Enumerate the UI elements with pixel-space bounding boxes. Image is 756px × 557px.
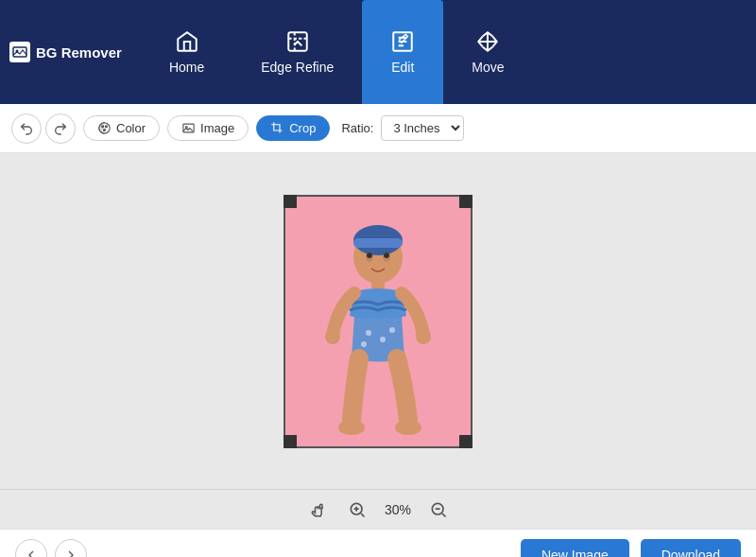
app-title: BG Remover [36, 44, 122, 61]
zoom-percent: 30% [385, 502, 411, 517]
undo-redo-group [11, 113, 76, 144]
zoom-in-button[interactable] [345, 497, 369, 522]
footer: New Image Download [0, 529, 756, 557]
color-label: Color [116, 121, 146, 135]
crop-label: Crop [289, 121, 316, 135]
image-background [284, 195, 472, 448]
new-image-button[interactable]: New Image [521, 539, 629, 557]
footer-nav [15, 539, 87, 557]
svg-point-24 [338, 420, 365, 435]
download-button[interactable]: Download [641, 539, 741, 557]
zoom-bar: 30% [0, 489, 756, 529]
footer-actions: New Image Download [521, 539, 741, 557]
zoom-out-button[interactable] [426, 497, 451, 522]
image-icon [181, 121, 196, 135]
svg-point-19 [416, 329, 431, 344]
svg-point-22 [389, 327, 395, 333]
image-button[interactable]: Image [167, 115, 249, 141]
image-label: Image [200, 121, 234, 135]
canvas-area [0, 153, 756, 489]
undo-button[interactable] [11, 113, 42, 144]
tab-home-label: Home [169, 60, 204, 75]
svg-point-7 [104, 129, 106, 131]
svg-point-25 [395, 420, 421, 435]
toolbar: Color Image Crop Ratio: 3 Inches 4 Inche… [0, 104, 756, 153]
prev-button[interactable] [15, 539, 47, 557]
svg-point-21 [380, 337, 386, 342]
tab-home[interactable]: Home [141, 0, 232, 104]
redo-button[interactable] [45, 113, 76, 144]
pan-button[interactable] [305, 497, 330, 522]
ratio-label: Ratio: [341, 121, 373, 135]
tab-edit-label: Edit [391, 60, 414, 75]
logo: BG Remover [9, 42, 122, 62]
svg-rect-12 [353, 238, 403, 248]
next-button[interactable] [55, 539, 87, 557]
svg-point-5 [102, 126, 104, 128]
color-button[interactable]: Color [83, 115, 160, 141]
ratio-select[interactable]: 3 Inches 4 Inches 5 Inches Custom [381, 115, 464, 141]
tab-move-label: Move [472, 60, 504, 75]
child-figure [302, 221, 454, 448]
svg-point-16 [384, 252, 389, 258]
svg-point-23 [361, 341, 367, 347]
color-icon [97, 121, 112, 135]
header: BG Remover Home Edge Refine [0, 0, 756, 104]
svg-point-15 [367, 252, 372, 258]
crop-button[interactable]: Crop [256, 115, 330, 141]
svg-point-6 [105, 126, 107, 128]
tab-edit[interactable]: Edit [362, 0, 443, 104]
tab-edge-refine[interactable]: Edge Refine [232, 0, 362, 104]
crop-icon [270, 121, 284, 135]
svg-point-20 [366, 330, 371, 336]
nav-tabs: Home Edge Refine Edit [141, 0, 533, 104]
tab-edge-refine-label: Edge Refine [261, 60, 334, 75]
logo-icon [9, 42, 30, 62]
image-container [284, 195, 472, 448]
svg-point-18 [325, 329, 340, 344]
tab-move[interactable]: Move [443, 0, 532, 104]
